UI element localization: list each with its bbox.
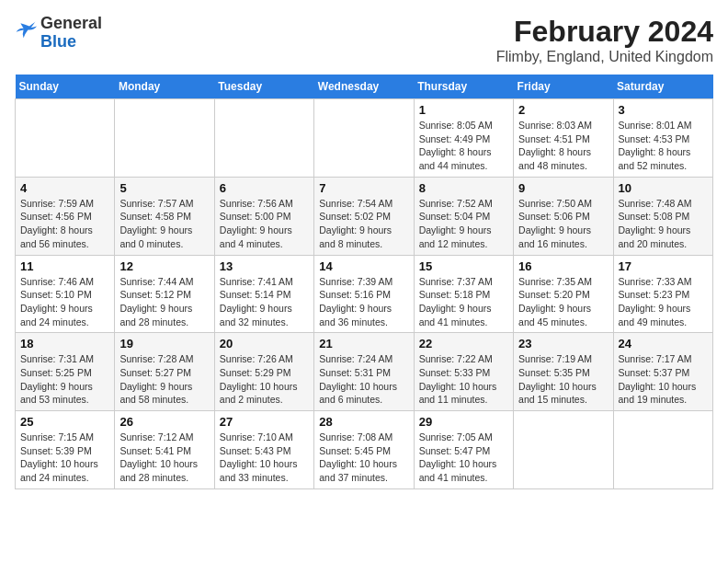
- day-number: 18: [20, 337, 109, 350]
- calendar-cell: 9Sunrise: 7:50 AMSunset: 5:06 PMDaylight…: [514, 177, 613, 255]
- calendar-cell: 24Sunrise: 7:17 AMSunset: 5:37 PMDayligh…: [613, 333, 712, 411]
- day-number: 29: [419, 415, 508, 429]
- calendar-cell: 13Sunrise: 7:41 AMSunset: 5:14 PMDayligh…: [214, 255, 313, 333]
- calendar-cell: 6Sunrise: 7:56 AMSunset: 5:00 PMDaylight…: [214, 177, 313, 255]
- page-subtitle: Flimby, England, United Kingdom: [496, 49, 713, 65]
- day-number: 24: [619, 337, 708, 350]
- day-number: 21: [319, 337, 408, 350]
- weekday-header-monday: Monday: [115, 75, 214, 99]
- calendar-cell: 11Sunrise: 7:46 AMSunset: 5:10 PMDayligh…: [16, 255, 115, 333]
- weekday-header-tuesday: Tuesday: [214, 75, 313, 99]
- calendar-week-row: 25Sunrise: 7:15 AMSunset: 5:39 PMDayligh…: [16, 411, 713, 489]
- logo-general: General: [40, 14, 102, 32]
- calendar-cell: 12Sunrise: 7:44 AMSunset: 5:12 PMDayligh…: [115, 255, 214, 333]
- day-number: 6: [220, 181, 309, 195]
- calendar-cell: 20Sunrise: 7:26 AMSunset: 5:29 PMDayligh…: [214, 333, 313, 411]
- calendar-week-row: 1Sunrise: 8:05 AMSunset: 4:49 PMDaylight…: [16, 99, 713, 178]
- calendar-header-row: SundayMondayTuesdayWednesdayThursdayFrid…: [16, 75, 713, 99]
- calendar-cell: 23Sunrise: 7:19 AMSunset: 5:35 PMDayligh…: [514, 333, 613, 411]
- day-number: 7: [319, 181, 408, 195]
- calendar-cell: 18Sunrise: 7:31 AMSunset: 5:25 PMDayligh…: [16, 333, 115, 411]
- day-info: Sunrise: 7:39 AMSunset: 5:16 PMDaylight:…: [319, 275, 408, 329]
- day-info: Sunrise: 7:57 AMSunset: 4:58 PMDaylight:…: [119, 197, 209, 251]
- day-info: Sunrise: 7:33 AMSunset: 5:23 PMDaylight:…: [619, 275, 708, 329]
- weekday-header-friday: Friday: [514, 75, 613, 99]
- calendar-cell: [16, 99, 115, 178]
- calendar-cell: [115, 99, 214, 178]
- day-info: Sunrise: 7:26 AMSunset: 5:29 PMDaylight:…: [220, 352, 309, 407]
- day-number: 13: [220, 259, 309, 273]
- calendar-cell: 27Sunrise: 7:10 AMSunset: 5:43 PMDayligh…: [214, 411, 313, 489]
- day-info: Sunrise: 7:05 AMSunset: 5:47 PMDaylight:…: [419, 431, 508, 485]
- day-number: 5: [119, 181, 209, 195]
- day-info: Sunrise: 7:59 AMSunset: 4:56 PMDaylight:…: [20, 197, 109, 251]
- calendar-cell: 5Sunrise: 7:57 AMSunset: 4:58 PMDaylight…: [115, 177, 214, 255]
- calendar-cell: [613, 411, 712, 489]
- day-info: Sunrise: 8:05 AMSunset: 4:49 PMDaylight:…: [419, 119, 508, 173]
- day-number: 1: [419, 103, 508, 117]
- day-number: 22: [419, 337, 508, 350]
- weekday-header-thursday: Thursday: [414, 75, 513, 99]
- day-number: 23: [518, 337, 608, 350]
- day-info: Sunrise: 7:19 AMSunset: 5:35 PMDaylight:…: [518, 352, 608, 407]
- day-info: Sunrise: 7:24 AMSunset: 5:31 PMDaylight:…: [319, 352, 408, 407]
- calendar-cell: 14Sunrise: 7:39 AMSunset: 5:16 PMDayligh…: [314, 255, 414, 333]
- calendar-week-row: 4Sunrise: 7:59 AMSunset: 4:56 PMDaylight…: [16, 177, 713, 255]
- day-number: 4: [20, 181, 109, 195]
- day-number: 2: [518, 103, 608, 117]
- day-info: Sunrise: 7:35 AMSunset: 5:20 PMDaylight:…: [518, 275, 608, 329]
- calendar-table: SundayMondayTuesdayWednesdayThursdayFrid…: [15, 75, 713, 489]
- calendar-cell: 22Sunrise: 7:22 AMSunset: 5:33 PMDayligh…: [414, 333, 513, 411]
- calendar-cell: [314, 99, 414, 178]
- calendar-cell: 4Sunrise: 7:59 AMSunset: 4:56 PMDaylight…: [16, 177, 115, 255]
- day-info: Sunrise: 8:03 AMSunset: 4:51 PMDaylight:…: [518, 119, 608, 173]
- day-number: 25: [20, 415, 109, 429]
- calendar-cell: 2Sunrise: 8:03 AMSunset: 4:51 PMDaylight…: [514, 99, 613, 178]
- day-number: 12: [119, 259, 209, 273]
- logo-bird-icon: [15, 20, 37, 42]
- day-info: Sunrise: 7:37 AMSunset: 5:18 PMDaylight:…: [419, 275, 508, 329]
- day-number: 26: [119, 415, 209, 429]
- calendar-cell: 21Sunrise: 7:24 AMSunset: 5:31 PMDayligh…: [314, 333, 414, 411]
- day-number: 9: [518, 181, 608, 195]
- day-info: Sunrise: 7:50 AMSunset: 5:06 PMDaylight:…: [518, 197, 608, 251]
- day-info: Sunrise: 7:46 AMSunset: 5:10 PMDaylight:…: [20, 275, 109, 329]
- calendar-cell: 16Sunrise: 7:35 AMSunset: 5:20 PMDayligh…: [514, 255, 613, 333]
- calendar-cell: 8Sunrise: 7:52 AMSunset: 5:04 PMDaylight…: [414, 177, 513, 255]
- day-number: 28: [319, 415, 408, 429]
- day-number: 3: [619, 103, 708, 117]
- calendar-cell: 3Sunrise: 8:01 AMSunset: 4:53 PMDaylight…: [613, 99, 712, 178]
- calendar-week-row: 11Sunrise: 7:46 AMSunset: 5:10 PMDayligh…: [16, 255, 713, 333]
- day-number: 8: [419, 181, 508, 195]
- calendar-cell: 17Sunrise: 7:33 AMSunset: 5:23 PMDayligh…: [613, 255, 712, 333]
- day-info: Sunrise: 7:12 AMSunset: 5:41 PMDaylight:…: [119, 431, 209, 485]
- day-info: Sunrise: 7:48 AMSunset: 5:08 PMDaylight:…: [619, 197, 708, 251]
- day-info: Sunrise: 7:10 AMSunset: 5:43 PMDaylight:…: [220, 431, 309, 485]
- day-number: 16: [518, 259, 608, 273]
- weekday-header-sunday: Sunday: [16, 75, 115, 99]
- calendar-cell: 25Sunrise: 7:15 AMSunset: 5:39 PMDayligh…: [16, 411, 115, 489]
- page-header: General Blue February 2024 Flimby, Engla…: [15, 15, 713, 65]
- day-info: Sunrise: 7:31 AMSunset: 5:25 PMDaylight:…: [20, 352, 109, 407]
- day-number: 14: [319, 259, 408, 273]
- calendar-cell: 10Sunrise: 7:48 AMSunset: 5:08 PMDayligh…: [613, 177, 712, 255]
- day-info: Sunrise: 7:54 AMSunset: 5:02 PMDaylight:…: [319, 197, 408, 251]
- day-info: Sunrise: 7:22 AMSunset: 5:33 PMDaylight:…: [419, 352, 508, 407]
- calendar-cell: 19Sunrise: 7:28 AMSunset: 5:27 PMDayligh…: [115, 333, 214, 411]
- day-info: Sunrise: 7:08 AMSunset: 5:45 PMDaylight:…: [319, 431, 408, 485]
- day-number: 10: [619, 181, 708, 195]
- day-number: 17: [619, 259, 708, 273]
- day-info: Sunrise: 7:41 AMSunset: 5:14 PMDaylight:…: [220, 275, 309, 329]
- day-info: Sunrise: 7:52 AMSunset: 5:04 PMDaylight:…: [419, 197, 508, 251]
- title-block: February 2024 Flimby, England, United Ki…: [496, 15, 713, 65]
- page-title: February 2024: [496, 15, 713, 49]
- day-number: 11: [20, 259, 109, 273]
- day-info: Sunrise: 7:28 AMSunset: 5:27 PMDaylight:…: [119, 352, 209, 407]
- calendar-cell: [514, 411, 613, 489]
- calendar-cell: 7Sunrise: 7:54 AMSunset: 5:02 PMDaylight…: [314, 177, 414, 255]
- day-number: 19: [119, 337, 209, 350]
- weekday-header-wednesday: Wednesday: [314, 75, 414, 99]
- day-number: 15: [419, 259, 508, 273]
- calendar-cell: 26Sunrise: 7:12 AMSunset: 5:41 PMDayligh…: [115, 411, 214, 489]
- logo: General Blue: [15, 15, 102, 52]
